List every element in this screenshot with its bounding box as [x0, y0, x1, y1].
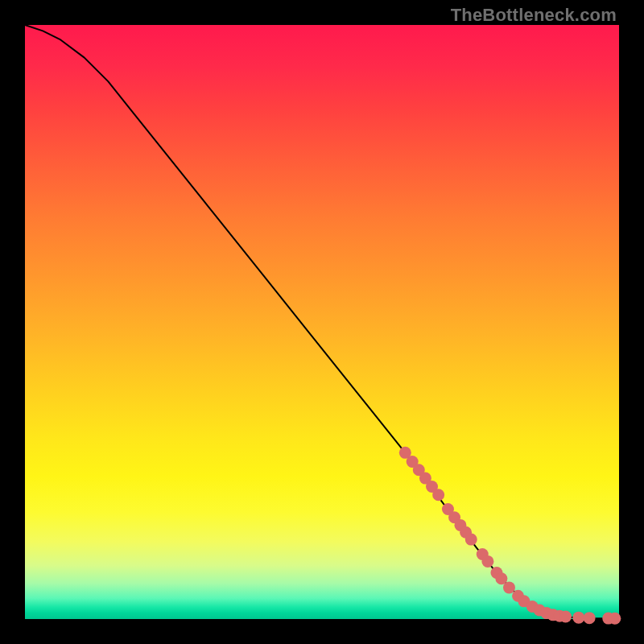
attribution-text: TheBottleneck.com	[451, 5, 617, 26]
data-marker	[584, 612, 596, 624]
data-marker	[503, 581, 515, 593]
data-marker	[465, 534, 477, 546]
data-marker	[559, 611, 572, 623]
data-marker	[572, 612, 584, 624]
chart-frame: TheBottleneck.com	[0, 0, 644, 644]
data-marker	[432, 489, 444, 501]
data-marker	[609, 613, 621, 625]
chart-overlay	[25, 25, 619, 619]
data-marker	[481, 555, 493, 568]
curve-line	[25, 25, 619, 618]
marker-group	[399, 447, 621, 625]
